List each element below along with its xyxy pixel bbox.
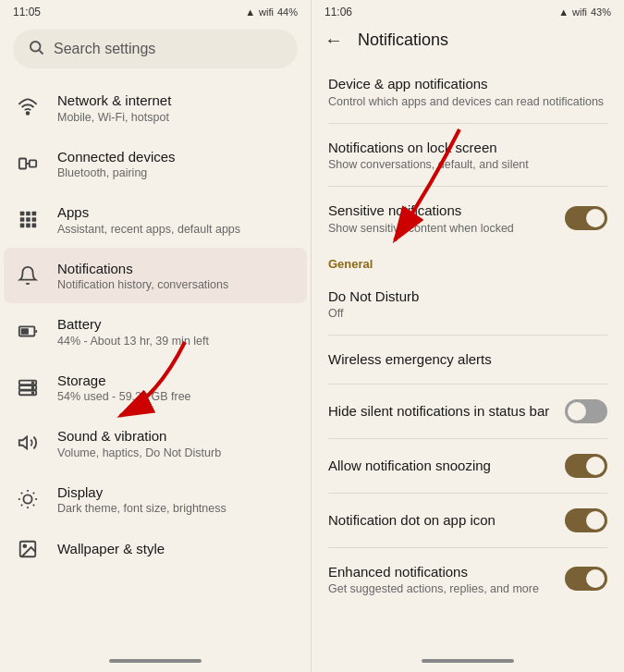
- connected-subtitle: Bluetooth, pairing: [57, 166, 296, 179]
- svg-rect-10: [26, 217, 31, 222]
- right-panel: 11:06 ▲ wifi 43% ← Notifications Device …: [312, 0, 624, 672]
- sound-icon: [15, 433, 41, 453]
- wifi-icon: [15, 97, 41, 117]
- left-bottom-bar: [0, 654, 311, 672]
- notif-item-device-app[interactable]: Device & app notifications Control which…: [315, 62, 620, 121]
- notif-item-wireless-alerts[interactable]: Wireless emergency alerts: [315, 337, 620, 382]
- settings-item-network[interactable]: Network & internet Mobile, Wi-Fi, hotspo…: [4, 79, 307, 136]
- wallpaper-text: Wallpaper & style: [57, 540, 296, 559]
- wallpaper-icon: [15, 539, 41, 559]
- display-title: Display: [57, 483, 296, 502]
- dnd-sub: Off: [328, 307, 607, 320]
- network-text: Network & internet Mobile, Wi-Fi, hotspo…: [57, 92, 296, 124]
- lock-screen-title: Notifications on lock screen: [328, 139, 607, 157]
- settings-item-battery[interactable]: Battery 44% - About 13 hr, 39 min left: [4, 303, 307, 360]
- wifi-status-icon: wifi: [259, 6, 274, 18]
- svg-rect-3: [19, 158, 26, 168]
- divider-4: [328, 384, 607, 385]
- connected-title: Connected devices: [57, 148, 296, 166]
- svg-point-35: [23, 544, 26, 547]
- notifications-icon: [15, 265, 41, 286]
- svg-point-25: [23, 495, 31, 503]
- notifications-title: Notifications: [57, 260, 296, 278]
- sensitive-toggle[interactable]: [565, 206, 607, 230]
- settings-item-apps[interactable]: Apps Assistant, recent apps, default app…: [4, 191, 307, 248]
- general-section-label: General: [315, 248, 620, 275]
- svg-rect-8: [32, 212, 37, 216]
- right-battery: 43%: [591, 6, 611, 18]
- device-app-title: Device & app notifications: [328, 75, 607, 93]
- right-status-bar: 11:06 ▲ wifi 43%: [312, 0, 624, 22]
- hide-silent-title: Hide silent notifications in status bar: [328, 402, 565, 421]
- svg-rect-9: [20, 217, 25, 222]
- divider-1: [328, 123, 607, 124]
- enhanced-sub: Get suggested actions, replies, and more: [328, 582, 565, 595]
- divider-7: [328, 547, 607, 548]
- svg-point-22: [32, 386, 34, 388]
- divider-5: [328, 438, 607, 439]
- notif-dot-title: Notification dot on app icon: [328, 511, 565, 530]
- svg-line-33: [33, 493, 34, 494]
- divider-3: [328, 335, 607, 336]
- storage-title: Storage: [57, 372, 296, 390]
- notifications-list: Device & app notifications Control which…: [312, 62, 624, 654]
- display-text: Display Dark theme, font size, brightnes…: [57, 483, 296, 516]
- sensitive-sub: Show sensitive content when locked: [328, 222, 565, 235]
- hide-silent-toggle[interactable]: [565, 399, 607, 423]
- settings-item-connected[interactable]: Connected devices Bluetooth, pairing: [4, 136, 307, 192]
- svg-rect-7: [26, 212, 31, 216]
- svg-point-2: [27, 112, 30, 115]
- apps-title: Apps: [57, 203, 296, 222]
- battery-icon: [15, 321, 41, 341]
- settings-list: Network & internet Mobile, Wi-Fi, hotspo…: [0, 79, 311, 654]
- search-placeholder: Search settings: [54, 41, 155, 57]
- sound-text: Sound & vibration Volume, haptics, Do No…: [57, 427, 296, 459]
- apps-icon: [15, 209, 41, 229]
- snoozing-toggle[interactable]: [565, 454, 607, 478]
- notif-dot-toggle[interactable]: [565, 508, 607, 532]
- back-button[interactable]: ←: [324, 30, 343, 51]
- settings-item-wallpaper[interactable]: Wallpaper & style: [4, 527, 307, 571]
- svg-rect-12: [20, 224, 25, 228]
- sound-title: Sound & vibration: [57, 427, 296, 446]
- connected-icon: [15, 153, 41, 174]
- connected-text: Connected devices Bluetooth, pairing: [57, 148, 296, 180]
- notif-item-dnd[interactable]: Do Not Disturb Off: [315, 275, 620, 334]
- network-subtitle: Mobile, Wi-Fi, hotspot: [57, 111, 296, 124]
- enhanced-title: Enhanced notifications: [328, 563, 565, 581]
- storage-text: Storage 54% used - 59.29 GB free: [57, 372, 296, 404]
- right-wifi-icon: wifi: [572, 6, 587, 18]
- notif-item-lock-screen[interactable]: Notifications on lock screen Show conver…: [315, 126, 620, 185]
- settings-item-notifications[interactable]: Notifications Notification history, conv…: [4, 248, 307, 304]
- wallpaper-title: Wallpaper & style: [57, 540, 296, 558]
- right-home-indicator: [422, 659, 514, 663]
- snoozing-title: Allow notification snoozing: [328, 457, 565, 475]
- settings-item-display[interactable]: Display Dark theme, font size, brightnes…: [4, 471, 307, 528]
- notif-item-notif-dot[interactable]: Notification dot on app icon: [315, 495, 620, 545]
- notif-item-hide-silent[interactable]: Hide silent notifications in status bar: [315, 386, 620, 436]
- display-icon: [15, 489, 41, 509]
- lock-screen-sub: Show conversations, default, and silent: [328, 158, 607, 171]
- svg-rect-13: [26, 224, 31, 228]
- right-status-icons: ▲ wifi 43%: [558, 6, 611, 18]
- svg-line-1: [39, 50, 43, 54]
- notif-item-snoozing[interactable]: Allow notification snoozing: [315, 441, 620, 491]
- left-status-icons: ▲ wifi 44%: [245, 6, 298, 18]
- search-bar[interactable]: Search settings: [13, 30, 298, 68]
- settings-item-sound[interactable]: Sound & vibration Volume, haptics, Do No…: [4, 415, 307, 471]
- search-icon: [28, 39, 44, 59]
- apps-text: Apps Assistant, recent apps, default app…: [57, 203, 296, 236]
- svg-rect-4: [30, 160, 36, 166]
- notif-item-sensitive[interactable]: Sensitive notifications Show sensitive c…: [315, 189, 620, 248]
- sensitive-title: Sensitive notifications: [328, 202, 565, 220]
- enhanced-toggle[interactable]: [565, 567, 607, 591]
- battery-text: Battery 44% - About 13 hr, 39 min left: [57, 315, 296, 348]
- notifications-page-title: Notifications: [358, 31, 448, 50]
- left-status-bar: 11:05 ▲ wifi 44%: [0, 0, 311, 22]
- notif-item-enhanced[interactable]: Enhanced notifications Get suggested act…: [315, 550, 620, 609]
- svg-line-32: [21, 505, 22, 506]
- divider-6: [328, 493, 607, 494]
- battery-subtitle: 44% - About 13 hr, 39 min left: [57, 335, 296, 348]
- settings-item-storage[interactable]: Storage 54% used - 59.29 GB free: [4, 360, 307, 416]
- svg-point-0: [31, 42, 41, 52]
